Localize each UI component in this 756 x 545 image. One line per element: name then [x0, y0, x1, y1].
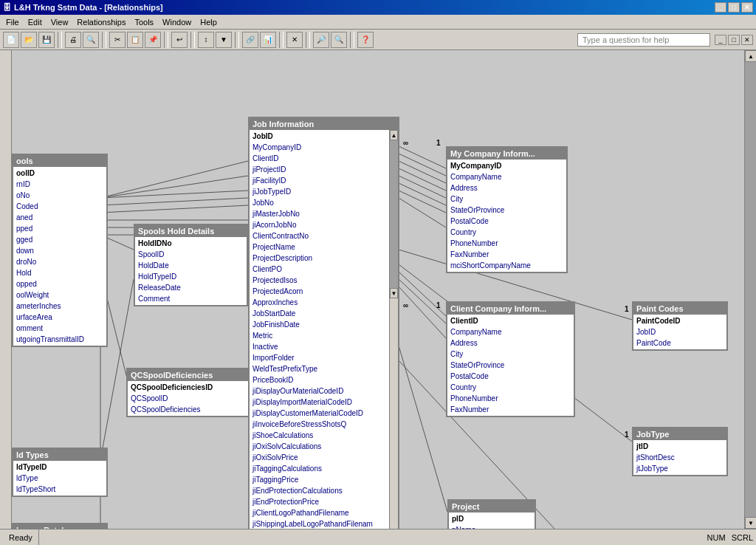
job-type-table[interactable]: JobType jtID jtShortDesc jtJobType [632, 427, 728, 476]
menu-edit[interactable]: Edit [24, 16, 47, 28]
paint-codes-table[interactable]: Paint Codes PaintCodeID JobID PaintCode [632, 301, 728, 351]
close-button[interactable]: ✕ [741, 2, 753, 13]
hold-types-table[interactable]: ld Types ldTypeID ldType ldTypeShort [12, 448, 108, 497]
help-search[interactable]: Type a question for help [577, 33, 710, 47]
svg-line-16 [399, 183, 446, 205]
svg-line-24 [399, 346, 447, 512]
field-outgoingtransmittalid: utgoingTransmittalID [13, 334, 106, 345]
sep1 [58, 32, 62, 48]
help-btn[interactable]: ❓ [357, 32, 374, 48]
field-jioxisolvcalculations: jiOxiSolvCalculations [250, 441, 398, 452]
field-rnid: rnID [13, 179, 106, 190]
field-mci-mycompanyid: MyCompanyID [447, 160, 566, 171]
menu-window[interactable]: Window [158, 16, 196, 28]
menu-view[interactable]: View [47, 16, 73, 28]
menu-relationships[interactable]: Relationships [72, 16, 130, 28]
help-close[interactable]: ✕ [741, 35, 753, 45]
menu-tools[interactable]: Tools [130, 16, 158, 28]
status-indicators: NUM SCRL [707, 533, 753, 542]
field-jiinvoicebeforestressshotsq: jiInvoiceBeforeStressShotsQ [250, 419, 398, 430]
field-jidisplaycustomermaterialcodeid: jiDisplayCustomerMaterialCodeID [250, 408, 398, 419]
num-lock-indicator: NUM [707, 533, 726, 542]
cut-btn[interactable]: ✂ [109, 32, 126, 48]
client-company-inform-table[interactable]: Client Company Inform... ClientID Compan… [446, 301, 575, 417]
open-btn[interactable]: 📂 [21, 32, 37, 48]
minimize-button[interactable]: _ [715, 2, 726, 13]
project-table[interactable]: Project pID pName [447, 499, 536, 529]
sep6 [279, 32, 284, 48]
diagram-canvas[interactable]: ools oolID rnID oNo Coded aned pped gged… [12, 50, 744, 529]
field-cci-clientid: ClientID [447, 315, 574, 326]
help-minimize[interactable]: _ [715, 35, 726, 45]
field-coded: Coded [13, 201, 106, 212]
qc-spool-deficiencies-table[interactable]: QCSpoolDeficiencies QCSpoolDeficienciesI… [126, 368, 259, 417]
window-controls[interactable]: _ □ ✕ [715, 2, 753, 13]
field-omment: omment [13, 323, 106, 334]
field-cci-country: Country [447, 382, 574, 393]
svg-line-14 [399, 168, 446, 191]
undo-btn[interactable]: ↩ [171, 32, 188, 48]
field-down: down [13, 245, 106, 256]
copy-btn[interactable]: 📋 [127, 32, 143, 48]
job-type-body: jtID jtShortDesc jtJobType [633, 440, 726, 475]
new-btn[interactable]: 📄 [3, 32, 19, 48]
field-weldtestprefixtype: WeldTestPrefixType [250, 363, 398, 374]
svg-line-12 [399, 154, 446, 176]
spools-hold-details-body: HoldIDNo SpoolID HoldDate HoldTypeID Rel… [135, 237, 247, 305]
field-qcspoolid: QCSpoolID [128, 393, 258, 404]
field-proj-pname: pName [449, 524, 535, 529]
job-information-body: JobID MyCompanyID ClientID jiProjectID j… [250, 130, 398, 529]
field-mci-stateorprovince: StateOrProvince [447, 205, 566, 216]
scroll-thumb[interactable] [390, 140, 398, 288]
scroll-up-btn[interactable]: ▲ [390, 130, 398, 140]
field-clientcontractno: ClientContractNo [250, 230, 398, 241]
scroll-up-button[interactable]: ▲ [745, 50, 756, 62]
menu-file[interactable]: File [1, 16, 24, 28]
issues-batch-table[interactable]: Issues Batch IssuesBatchID IssuesDate Is… [12, 523, 108, 529]
job-info-scrollbar[interactable]: ▲ ▼ [389, 130, 398, 529]
window-title: L&H Trkng Sstm Data - [Relationships] [14, 3, 163, 12]
sort-btn[interactable]: ↕ [198, 32, 214, 48]
my-company-inform-table[interactable]: My Company Inform... MyCompanyID Company… [446, 146, 568, 273]
preview-btn[interactable]: 🔍 [83, 32, 99, 48]
field-jt-jtid: jtID [633, 441, 726, 452]
menu-help[interactable]: Help [196, 16, 221, 28]
restore-button[interactable]: □ [728, 2, 740, 13]
field-importfolder: ImportFolder [250, 352, 398, 363]
field-oolweight: oolWeight [13, 289, 106, 301]
field-oolid: oolID [13, 168, 106, 179]
scroll-right[interactable]: ▲ ▼ [744, 50, 756, 529]
field-aned: aned [13, 212, 106, 223]
field-clientpo: ClientPO [250, 264, 398, 275]
field-gged: gged [13, 234, 106, 245]
print-btn[interactable]: 🖨 [65, 32, 81, 48]
field-inactive: Inactive [250, 341, 398, 352]
save-btn[interactable]: 💾 [38, 32, 55, 48]
paste-btn[interactable]: 📌 [145, 32, 161, 48]
scroll-down-button[interactable]: ▼ [745, 517, 756, 529]
job-information-table[interactable]: Job Information JobID MyCompanyID Client… [248, 117, 399, 529]
field-opped: opped [13, 278, 106, 289]
analyzer-btn[interactable]: 📊 [260, 32, 276, 48]
scroll-track-right[interactable] [745, 62, 756, 517]
scroll-down-btn[interactable]: ▼ [390, 288, 398, 298]
field-approxinches: ApproxInches [250, 297, 398, 308]
svg-line-18 [399, 198, 446, 227]
spools-hold-details-table[interactable]: Spools Hold Details HoldIDNo SpoolID Hol… [134, 224, 248, 306]
close-table-btn[interactable]: ✕ [286, 32, 303, 48]
relationships-btn[interactable]: 🔗 [242, 32, 258, 48]
svg-line-1 [100, 176, 248, 198]
zoom-btn[interactable]: 🔎 [313, 32, 329, 48]
help-restore[interactable]: □ [728, 35, 740, 45]
field-jiprojectid: jiProjectID [250, 164, 398, 175]
field-metric: Metric [250, 330, 398, 341]
scroll-lock-indicator: SCRL [732, 533, 753, 542]
field-jiacornjobno: jiAcornJobNo [250, 219, 398, 230]
field-jobno: JobNo [250, 197, 398, 208]
spools-table[interactable]: ools oolID rnID oNo Coded aned pped gged… [12, 154, 108, 347]
spools-table-header: ools [13, 155, 106, 167]
field-clientid: ClientID [250, 153, 398, 164]
field-projectdescription: ProjectDescription [250, 253, 398, 264]
filter-btn[interactable]: ▼ [216, 32, 232, 48]
zoom-out-btn[interactable]: 🔍 [331, 32, 347, 48]
